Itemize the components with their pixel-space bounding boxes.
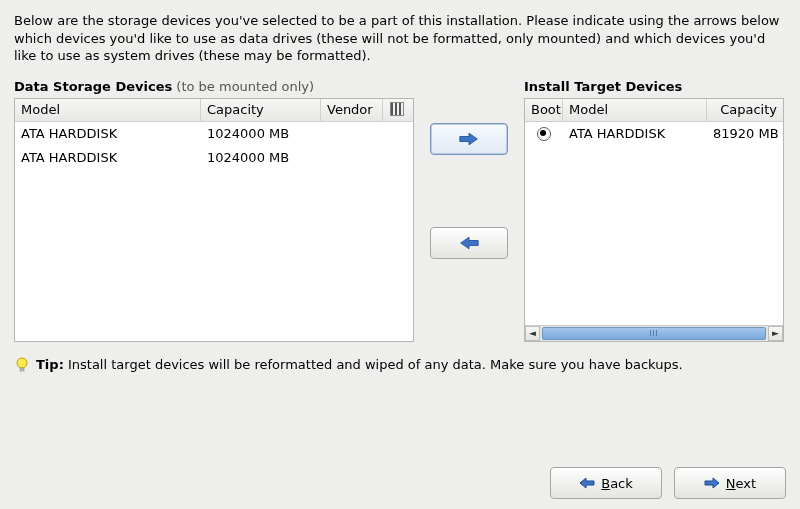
next-button[interactable]: Next bbox=[674, 467, 786, 499]
radio-checked-icon bbox=[537, 127, 551, 141]
svg-point-0 bbox=[17, 358, 27, 368]
data-storage-table[interactable]: Model Capacity Vendor ATA HARDDISK 10240… bbox=[14, 98, 414, 342]
cell-model: ATA HARDDISK bbox=[563, 126, 707, 141]
move-right-button[interactable] bbox=[430, 123, 508, 155]
column-config-icon bbox=[390, 102, 404, 116]
cell-capacity: 1024000 MB bbox=[201, 126, 321, 141]
data-storage-header-row: Model Capacity Vendor bbox=[15, 99, 413, 122]
table-row[interactable]: ATA HARDDISK 81920 MB bbox=[525, 122, 783, 146]
lightbulb-icon bbox=[14, 357, 30, 373]
data-storage-title: Data Storage Devices (to be mounted only… bbox=[14, 79, 414, 94]
next-button-label: Next bbox=[726, 476, 756, 491]
boot-radio[interactable] bbox=[525, 126, 563, 142]
table-row[interactable]: ATA HARDDISK 1024000 MB bbox=[15, 122, 413, 146]
column-config-button[interactable] bbox=[383, 99, 410, 121]
tip-text: Tip: Install target devices will be refo… bbox=[36, 356, 683, 374]
back-button[interactable]: Back bbox=[550, 467, 662, 499]
cell-model: ATA HARDDISK bbox=[15, 126, 201, 141]
cell-capacity: 1024000 MB bbox=[201, 150, 321, 165]
install-target-table[interactable]: Boot Model Capacity ATA HARDDISK 81920 M… bbox=[524, 98, 784, 342]
scroll-thumb[interactable] bbox=[542, 327, 766, 340]
cell-model: ATA HARDDISK bbox=[15, 150, 201, 165]
arrow-right-icon bbox=[459, 131, 479, 147]
tip-label: Tip: bbox=[36, 357, 64, 372]
col-vendor[interactable]: Vendor bbox=[321, 99, 383, 121]
col-capacity[interactable]: Capacity bbox=[201, 99, 321, 121]
tip-body: Install target devices will be reformatt… bbox=[64, 357, 683, 372]
scroll-track[interactable] bbox=[540, 326, 768, 341]
data-storage-title-sub: (to be mounted only) bbox=[172, 79, 314, 94]
install-target-title: Install Target Devices bbox=[524, 79, 784, 94]
move-left-button[interactable] bbox=[430, 227, 508, 259]
data-storage-title-main: Data Storage Devices bbox=[14, 79, 172, 94]
col-capacity[interactable]: Capacity bbox=[707, 99, 783, 121]
scroll-left-button[interactable]: ◄ bbox=[525, 326, 540, 341]
horizontal-scrollbar[interactable]: ◄ ► bbox=[525, 325, 783, 341]
arrow-right-icon bbox=[704, 477, 720, 489]
scroll-right-button[interactable]: ► bbox=[768, 326, 783, 341]
col-boot[interactable]: Boot bbox=[525, 99, 563, 121]
arrow-left-icon bbox=[459, 235, 479, 251]
table-row[interactable]: ATA HARDDISK 1024000 MB bbox=[15, 146, 413, 170]
svg-rect-1 bbox=[20, 368, 24, 371]
arrow-left-icon bbox=[579, 477, 595, 489]
cell-capacity: 81920 MB bbox=[707, 126, 783, 141]
col-model[interactable]: Model bbox=[15, 99, 201, 121]
back-button-label: Back bbox=[601, 476, 633, 491]
install-target-header-row: Boot Model Capacity bbox=[525, 99, 783, 122]
intro-text: Below are the storage devices you've sel… bbox=[14, 12, 786, 65]
col-model[interactable]: Model bbox=[563, 99, 707, 121]
